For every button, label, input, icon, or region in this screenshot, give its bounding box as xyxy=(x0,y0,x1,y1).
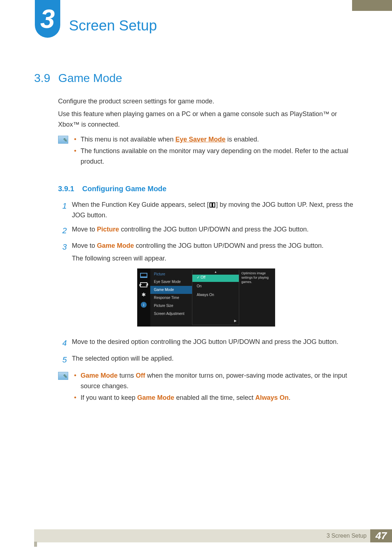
intro-paragraph-2: Use this feature when playing games on a… xyxy=(58,109,358,130)
picture-icon xyxy=(140,282,147,287)
step-number-3: 3 xyxy=(58,241,67,333)
step-3: Move to Game Mode controlling the JOG bu… xyxy=(72,241,358,333)
note2-bullet-2: If you want to keep Game Mode enabled al… xyxy=(74,393,358,403)
step-4: Move to the desired option controlling t… xyxy=(72,337,358,349)
note2-kw1: Game Mode xyxy=(81,372,118,379)
note2-pre2: If you want to keep xyxy=(81,394,137,401)
step-number-2: 2 xyxy=(58,224,67,237)
step2-post: controlling the JOG button UP/DOWN and p… xyxy=(119,226,309,233)
note1-b1-pre: This menu is not available when xyxy=(81,136,175,143)
step2-pre: Move to xyxy=(72,226,97,233)
section-number: 3.9 xyxy=(34,69,50,87)
monitor-icon xyxy=(140,273,147,278)
step3-post: controlling the JOG button UP/DOWN and p… xyxy=(134,242,323,249)
step3-extra: The following screen will appear. xyxy=(72,253,358,264)
step-number-5: 5 xyxy=(58,353,67,366)
step1-pre: When the Function Key Guide appears, sel… xyxy=(72,201,209,208)
note2-mid1: turns xyxy=(118,372,136,379)
menu-icon xyxy=(209,202,215,208)
step-number-4: 4 xyxy=(58,337,67,349)
chapter-title: Screen Setup xyxy=(69,14,157,37)
info-icon: i xyxy=(141,302,147,308)
osd-sidebar: ✱ i xyxy=(137,268,150,327)
section-title: Game Mode xyxy=(58,69,122,87)
step-5: The selected option will be applied. xyxy=(72,353,358,366)
up-arrow-icon: ▲ xyxy=(192,270,239,275)
note2-kw2: Off xyxy=(136,372,145,379)
osd-option-on: On xyxy=(192,282,239,291)
note-icon xyxy=(58,136,68,144)
note2-kw4: Always On xyxy=(255,394,289,401)
step-1: When the Function Key Guide appears, sel… xyxy=(72,200,358,221)
eye-saver-mode-link[interactable]: Eye Saver Mode xyxy=(175,136,225,143)
page-number: 47 xyxy=(370,529,392,542)
chapter-number-badge: 3 xyxy=(35,0,60,38)
note2-post2: . xyxy=(289,394,290,401)
osd-item-screen-adjustment: Screen Adjustment xyxy=(150,310,192,318)
footer-accent xyxy=(34,542,37,547)
osd-item-game-mode: Game Mode xyxy=(150,286,192,294)
osd-menu-title: Picture xyxy=(150,271,192,278)
osd-menu: Picture Eye Saver Mode Game Mode Respons… xyxy=(150,268,192,327)
step3-keyword: Game Mode xyxy=(97,242,134,249)
right-arrow-icon: ▶ xyxy=(234,318,237,323)
note2-bullet-1: Game Mode turns Off when the monitor tur… xyxy=(74,370,358,391)
step-2: Move to Picture controlling the JOG butt… xyxy=(72,224,358,237)
intro-paragraph-1: Configure the product screen settings fo… xyxy=(58,96,358,107)
note1-bullet-1: This menu is not available when Eye Save… xyxy=(74,134,358,145)
settings-icon: ✱ xyxy=(140,292,147,297)
note1-b1-post: is enabled. xyxy=(225,136,259,143)
note2-kw3: Game Mode xyxy=(137,394,174,401)
step2-keyword: Picture xyxy=(97,226,119,233)
osd-option-always-on: Always On xyxy=(192,291,239,299)
osd-item-eye-saver: Eye Saver Mode xyxy=(150,278,192,286)
step3-pre: Move to xyxy=(72,242,97,249)
header-accent xyxy=(352,0,392,11)
osd-options: ▲ Off On Always On ▶ xyxy=(192,270,239,325)
osd-item-picture-size: Picture Size xyxy=(150,302,192,310)
note-icon xyxy=(58,372,68,380)
note-box-1: This menu is not available when Eye Save… xyxy=(58,134,358,168)
osd-tooltip: Optimizes image settings for playing gam… xyxy=(239,268,272,327)
subsection-number: 3.9.1 xyxy=(58,183,74,194)
note-box-2: Game Mode turns Off when the monitor tur… xyxy=(58,370,358,405)
footer-bar: 3 Screen Setup 47 xyxy=(34,529,392,542)
osd-screenshot: ✱ i Picture Eye Saver Mode Game Mode Res… xyxy=(137,268,275,327)
footer-chapter-text: 3 Screen Setup xyxy=(327,531,367,541)
osd-item-response-time: Response Time xyxy=(150,294,192,302)
note2-mid2: enabled all the time, select xyxy=(174,394,255,401)
step-number-1: 1 xyxy=(58,200,67,221)
subsection-title: Configuring Game Mode xyxy=(82,183,166,194)
note1-bullet-2: The functions available on the monitor m… xyxy=(74,146,358,167)
